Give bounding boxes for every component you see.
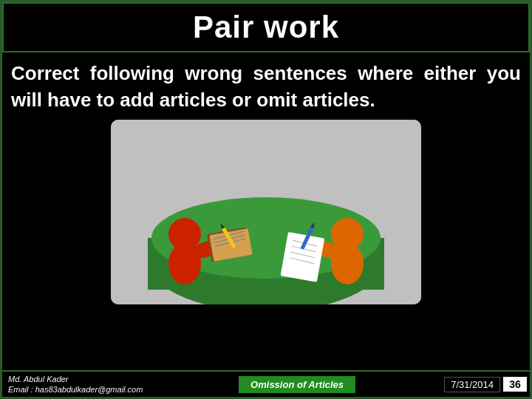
footer-center: Omission of Articles xyxy=(150,376,444,393)
pair-work-image xyxy=(111,120,421,304)
footer-date: 7/31/2014 xyxy=(444,377,500,392)
footer-right: 7/31/2014 36 xyxy=(444,377,530,392)
instruction-text: Correct following wrong sentences where … xyxy=(8,60,524,114)
svg-point-5 xyxy=(168,218,201,250)
title-bar: Pair work xyxy=(2,2,530,52)
svg-point-8 xyxy=(331,218,364,250)
footer-topic: Omission of Articles xyxy=(239,376,355,393)
slide-title: Pair work xyxy=(193,10,339,44)
footer-author: Md. Abdul Kader Email : has83abdulkader@… xyxy=(2,374,150,395)
main-content: Correct following wrong sentences where … xyxy=(2,52,530,310)
footer-page: 36 xyxy=(503,377,527,392)
author-name: Md. Abdul Kader xyxy=(8,374,150,384)
slide-container: Pair work Correct following wrong senten… xyxy=(0,0,532,399)
author-email: Email : has83abdulkader@gmail.com xyxy=(8,384,150,395)
svg-rect-17 xyxy=(281,232,325,282)
footer: Md. Abdul Kader Email : has83abdulkader@… xyxy=(2,370,530,397)
